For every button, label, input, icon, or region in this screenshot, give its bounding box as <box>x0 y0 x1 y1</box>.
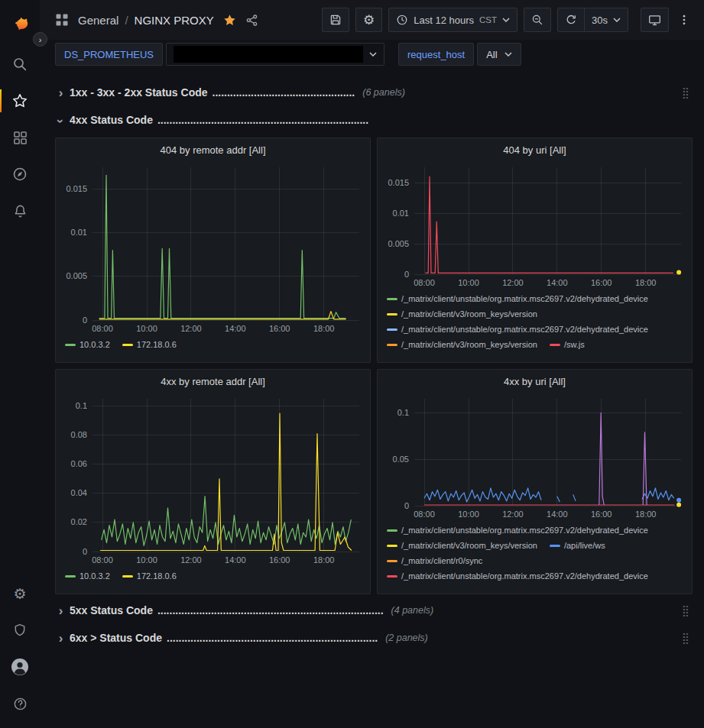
time-range-picker[interactable]: Last 12 hours CST <box>388 8 517 32</box>
sidebar-item-explore[interactable] <box>0 156 40 193</box>
tv-mode-button[interactable] <box>641 8 669 32</box>
time-series-chart-4xx-by-remote-addr[interactable]: 00.020.040.060.080.108:0010:0012:0014:00… <box>56 390 370 567</box>
panel-legend: /_matrix/client/unstable/org.matrix.msc2… <box>378 290 692 362</box>
legend-item[interactable]: /_matrix/client/unstable/org.matrix.msc2… <box>387 323 648 335</box>
legend-item[interactable]: /_matrix/client/v3/room_keys/version <box>387 338 537 351</box>
sidebar-expand-button[interactable]: › <box>33 32 47 47</box>
legend-item[interactable]: /_matrix/client/unstable/org.matrix.msc2… <box>387 570 648 582</box>
main-area: General / NGINX PROXY ⚙ <box>40 0 704 728</box>
sidebar-item-alerting[interactable] <box>0 193 40 229</box>
share-icon[interactable] <box>242 11 261 30</box>
dashboard-settings-button[interactable]: ⚙ <box>355 8 382 32</box>
row-header-5xx[interactable]: › 5xx Status Code ......................… <box>55 600 693 620</box>
row-title-dots: ........................................… <box>157 604 384 616</box>
svg-text:16:00: 16:00 <box>269 555 290 565</box>
legend-item[interactable]: 10.0.3.2 <box>65 570 110 582</box>
row-header-1xx-3xx-2xx[interactable]: › 1xx - 3xx - 2xx Status Code ..........… <box>55 83 693 102</box>
request-host-variable-label: request_host <box>398 43 474 66</box>
legend-item[interactable]: 10.0.3.2 <box>65 338 110 351</box>
chevron-down-icon <box>502 18 510 22</box>
clock-icon <box>396 14 408 26</box>
legend-item[interactable]: 172.18.0.6 <box>122 570 177 582</box>
refresh-icon <box>565 14 577 26</box>
legend-series-label: /sw.js <box>564 338 585 351</box>
row-drag-handle[interactable]: ⣿ <box>682 632 689 644</box>
dashboard-canvas: › 1xx - 3xx - 2xx Status Code ..........… <box>40 69 704 728</box>
sidebar-item-configuration[interactable]: ⚙ <box>0 575 40 612</box>
zoom-out-time-button[interactable] <box>524 8 551 32</box>
legend-series-swatch <box>387 575 397 578</box>
legend-series-label: 172.18.0.6 <box>137 338 177 351</box>
sidebar-item-server-admin[interactable] <box>0 612 40 649</box>
time-series-chart-4xx-by-uri[interactable]: 00.050.108:0010:0012:0014:0016:0018:00 <box>378 390 692 521</box>
svg-text:0.02: 0.02 <box>71 517 87 526</box>
panel-title[interactable]: 404 by remote addr [All] <box>56 138 370 158</box>
panel-title[interactable]: 4xx by remote addr [All] <box>56 370 370 390</box>
legend-series-label: /_matrix/client/unstable/org.matrix.msc2… <box>401 293 648 305</box>
row-title: 5xx Status Code <box>70 604 153 616</box>
chevron-down-icon <box>369 52 377 57</box>
sidebar-item-profile[interactable] <box>0 649 40 685</box>
sidebar-item-help[interactable] <box>0 685 40 722</box>
time-series-chart-404-by-uri[interactable]: 00.0050.010.01508:0010:0012:0014:0016:00… <box>378 158 692 290</box>
legend-series-label: 10.0.3.2 <box>79 570 110 582</box>
save-icon <box>329 14 342 26</box>
sidebar-item-dashboards[interactable] <box>0 119 40 156</box>
svg-text:10:00: 10:00 <box>458 510 479 519</box>
sidebar-item-search[interactable] <box>0 46 40 83</box>
breadcrumb-folder[interactable]: General <box>78 14 118 27</box>
svg-text:0.01: 0.01 <box>71 228 87 237</box>
more-options-button[interactable] <box>675 8 693 32</box>
panel-grid-4xx: 404 by remote addr [All] 00.0050.010.015… <box>55 138 693 594</box>
topbar-actions: ⚙ Last 12 hours CST 30s <box>322 8 693 32</box>
time-series-chart-404-by-remote-addr[interactable]: 00.0050.010.01508:0010:0012:0014:0016:00… <box>56 158 370 335</box>
legend-series-swatch <box>122 344 133 346</box>
legend-item[interactable]: /api/live/ws <box>550 539 605 552</box>
svg-text:0.01: 0.01 <box>393 209 409 218</box>
svg-text:12:00: 12:00 <box>502 278 524 287</box>
legend-item[interactable]: /sw.js <box>550 338 585 351</box>
gear-icon: ⚙ <box>363 14 375 27</box>
svg-text:08:00: 08:00 <box>414 278 435 287</box>
legend-item[interactable]: /_matrix/client/v3/room_keys/version <box>387 539 537 552</box>
panel-title[interactable]: 4xx by uri [All] <box>378 370 692 390</box>
refresh-button-group: 30s <box>557 8 628 32</box>
breadcrumb-dashboard-title[interactable]: NGINX PROXY <box>135 14 214 27</box>
legend-item[interactable]: /_matrix/client/r0/sync <box>387 555 482 567</box>
request-host-variable-select[interactable]: All <box>477 43 521 66</box>
chevron-down-icon: › <box>55 115 67 127</box>
row-title-dots: ........................................… <box>212 86 355 99</box>
apps-grid-icon[interactable] <box>52 10 72 30</box>
variable-datasource: DS_PROMETHEUS <box>55 43 384 66</box>
save-dashboard-button[interactable] <box>322 8 349 32</box>
star-icon <box>12 93 28 108</box>
row-header-4xx[interactable]: › 4xx Status Code ......................… <box>55 110 693 130</box>
favorite-star-icon[interactable] <box>223 14 236 27</box>
kebab-menu-icon <box>678 14 690 26</box>
sidebar-item-starred[interactable] <box>0 83 40 119</box>
legend-item[interactable]: /_matrix/client/unstable/org.matrix.msc2… <box>387 293 648 305</box>
row-header-6xx[interactable]: › 6xx > Status Code ....................… <box>55 628 693 648</box>
svg-text:08:00: 08:00 <box>92 324 113 333</box>
panel-title[interactable]: 404 by uri [All] <box>378 138 692 158</box>
legend-item[interactable]: /_matrix/client/v3/room_keys/version <box>387 308 537 320</box>
legend-series-label: /_matrix/client/v3/room_keys/version <box>401 308 537 320</box>
refresh-button[interactable] <box>557 8 585 32</box>
legend-series-label: 10.0.3.2 <box>79 338 110 351</box>
svg-text:0.06: 0.06 <box>71 459 87 468</box>
svg-text:18:00: 18:00 <box>313 555 335 565</box>
chevron-right-icon: › <box>55 604 67 617</box>
legend-series-swatch <box>387 545 397 547</box>
topbar: General / NGINX PROXY ⚙ <box>40 0 704 40</box>
row-title: 1xx - 3xx - 2xx Status Code <box>70 86 208 99</box>
bell-icon <box>13 204 28 218</box>
datasource-variable-select[interactable] <box>166 43 384 66</box>
svg-text:08:00: 08:00 <box>92 555 113 565</box>
row-drag-handle[interactable]: ⣿ <box>682 604 689 616</box>
legend-item[interactable]: 172.18.0.6 <box>122 338 177 351</box>
svg-text:16:00: 16:00 <box>591 510 612 519</box>
refresh-interval-dropdown[interactable]: 30s <box>585 8 628 32</box>
legend-item[interactable]: /_matrix/client/unstable/org.matrix.msc2… <box>387 524 648 536</box>
svg-text:12:00: 12:00 <box>180 324 202 333</box>
row-drag-handle[interactable]: ⣿ <box>682 86 689 99</box>
